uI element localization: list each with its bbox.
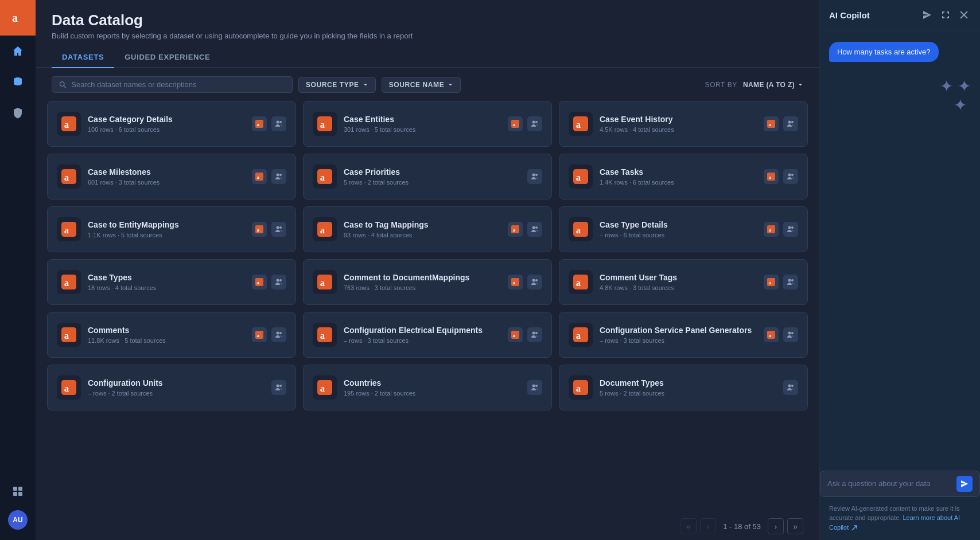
- svg-point-95: [788, 332, 791, 335]
- card-source-icon[interactable]: a: [252, 275, 267, 289]
- card-users-icon[interactable]: [783, 327, 798, 342]
- next-page-button[interactable]: ›: [768, 518, 784, 534]
- card-users-icon[interactable]: [271, 275, 286, 289]
- source-type-filter[interactable]: SOURCE TYPE: [298, 77, 376, 93]
- sidebar-item-database[interactable]: [6, 70, 30, 94]
- svg-line-8: [64, 85, 66, 88]
- card-meta: 301 rows · 5 total sources: [344, 126, 501, 133]
- pagination-bar: « ‹ 1 - 18 of 53 › »: [36, 512, 819, 540]
- card-users-icon[interactable]: [783, 169, 798, 184]
- card-info: Case Event History 4.5K rows · 4 total s…: [600, 115, 757, 133]
- dataset-card-comments[interactable]: a Comments 11.8K rows · 5 total sources …: [47, 312, 296, 358]
- dataset-card-countries[interactable]: a Countries 195 rows · 2 total sources: [303, 365, 552, 410]
- card-info: Document Types 5 rows · 2 total sources: [600, 378, 776, 397]
- card-users-icon[interactable]: [527, 275, 542, 289]
- card-users-icon[interactable]: [527, 380, 542, 395]
- card-source-icon[interactable]: a: [252, 116, 267, 131]
- card-users-icon[interactable]: [271, 222, 286, 237]
- panel-close-icon[interactable]: [957, 8, 971, 22]
- dataset-card-case-tasks[interactable]: a Case Tasks 1.4K rows · 6 total sources…: [559, 154, 808, 199]
- card-source-icon[interactable]: a: [508, 222, 523, 237]
- tab-datasets[interactable]: DATASETS: [52, 47, 114, 68]
- svg-text:a: a: [769, 280, 772, 285]
- card-source-icon[interactable]: a: [764, 169, 779, 184]
- dataset-card-comment-to-documentmappings[interactable]: a Comment to DocumentMappings 763 rows ·…: [303, 259, 552, 305]
- card-users-icon[interactable]: [783, 275, 798, 289]
- card-users-icon[interactable]: [527, 169, 542, 184]
- card-meta: – rows · 6 total sources: [600, 232, 757, 238]
- card-users-icon[interactable]: [271, 327, 286, 342]
- card-users-icon[interactable]: [271, 116, 286, 131]
- search-input[interactable]: [71, 80, 285, 89]
- card-source-icon[interactable]: a: [508, 327, 523, 342]
- card-source-icon[interactable]: a: [764, 327, 779, 342]
- send-button[interactable]: [956, 476, 973, 492]
- card-users-icon[interactable]: [783, 380, 798, 395]
- prev-page-button[interactable]: ‹: [700, 518, 716, 534]
- card-meta: 4.8K rows · 3 total sources: [600, 284, 757, 291]
- svg-point-71: [532, 279, 535, 282]
- svg-text:a: a: [320, 225, 325, 236]
- svg-point-47: [277, 226, 279, 229]
- card-info: Configuration Service Panel Generators –…: [600, 326, 757, 344]
- card-source-icon[interactable]: a: [508, 116, 523, 131]
- card-users-icon[interactable]: [271, 169, 286, 184]
- tab-guided-experience[interactable]: GUIDED EXPERIENCE: [114, 47, 220, 68]
- card-source-icon[interactable]: a: [252, 169, 267, 184]
- card-meta: – rows · 3 total sources: [600, 337, 757, 344]
- card-users-icon[interactable]: [527, 222, 542, 237]
- dataset-card-case-category-details[interactable]: a Case Category Details 100 rows · 6 tot…: [47, 101, 296, 147]
- user-avatar[interactable]: AU: [8, 510, 28, 530]
- card-source-icon[interactable]: a: [252, 327, 267, 342]
- card-source-icon[interactable]: a: [764, 275, 779, 289]
- dataset-card-document-types[interactable]: a Document Types 5 rows · 2 total source…: [559, 365, 808, 410]
- dataset-card-configuration-electrical-equipments[interactable]: a Configuration Electrical Equipments – …: [303, 312, 552, 358]
- card-source-icon[interactable]: a: [508, 275, 523, 289]
- dataset-card-case-types[interactable]: a Case Types 18 rows · 4 total sources a: [47, 259, 296, 305]
- dataset-card-case-event-history[interactable]: a Case Event History 4.5K rows · 4 total…: [559, 101, 808, 147]
- svg-text:a: a: [12, 11, 18, 24]
- card-title: Configuration Electrical Equipments: [344, 326, 501, 335]
- card-source-icon[interactable]: a: [252, 222, 267, 237]
- card-users-icon[interactable]: [783, 116, 798, 131]
- svg-text:a: a: [64, 277, 69, 288]
- card-title: Case Priorities: [344, 167, 520, 177]
- dataset-card-case-to-tag-mappings[interactable]: a Case to Tag Mappings 93 rows · 4 total…: [303, 206, 552, 252]
- card-info: Case to Tag Mappings 93 rows · 4 total s…: [344, 220, 501, 238]
- dataset-card-configuration-units[interactable]: a Configuration Units – rows · 2 total s…: [47, 365, 296, 410]
- svg-point-83: [277, 332, 279, 335]
- svg-rect-6: [18, 492, 22, 496]
- dataset-card-case-to-entitymappings[interactable]: a Case to EntityMappings 1.1K rows · 5 t…: [47, 206, 296, 252]
- card-meta: 5 rows · 2 total sources: [344, 179, 520, 186]
- card-users-icon[interactable]: [527, 116, 542, 131]
- card-title: Comment User Tags: [600, 273, 757, 282]
- sort-order-button[interactable]: NAME (A TO Z): [743, 81, 803, 89]
- app-logo[interactable]: a: [0, 0, 36, 36]
- card-users-icon[interactable]: [271, 380, 286, 395]
- sidebar-item-shield[interactable]: [6, 101, 30, 125]
- dataset-card-case-type-details[interactable]: a Case Type Details – rows · 6 total sou…: [559, 206, 808, 252]
- dataset-grid: a Case Category Details 100 rows · 6 tot…: [47, 101, 808, 410]
- card-source-icon[interactable]: a: [764, 116, 779, 131]
- dataset-card-case-priorities[interactable]: a Case Priorities 5 rows · 2 total sourc…: [303, 154, 552, 199]
- sidebar-item-grid[interactable]: [6, 479, 30, 503]
- panel-expand-icon[interactable]: [939, 8, 952, 22]
- dataset-card-case-milestones[interactable]: a Case Milestones 601 rows · 3 total sou…: [47, 154, 296, 199]
- dataset-card-comment-user-tags[interactable]: a Comment User Tags 4.8K rows · 3 total …: [559, 259, 808, 305]
- card-users-icon[interactable]: [783, 222, 798, 237]
- source-name-filter[interactable]: SOURCE NAME: [382, 77, 461, 93]
- first-page-button[interactable]: «: [680, 518, 697, 534]
- chat-input[interactable]: [827, 479, 952, 488]
- dataset-card-configuration-service-panel-generators[interactable]: a Configuration Service Panel Generators…: [559, 312, 808, 358]
- svg-text:a: a: [769, 174, 772, 180]
- last-page-button[interactable]: »: [787, 518, 803, 534]
- card-meta: 4.5K rows · 4 total sources: [600, 126, 757, 133]
- sidebar-item-home[interactable]: [6, 39, 30, 63]
- dataset-card-case-entities[interactable]: a Case Entities 301 rows · 5 total sourc…: [303, 101, 552, 147]
- card-users-icon[interactable]: [527, 327, 542, 342]
- card-info: Case Tasks 1.4K rows · 6 total sources: [600, 167, 757, 186]
- card-source-icon[interactable]: a: [764, 222, 779, 237]
- panel-send-icon[interactable]: [920, 8, 934, 22]
- card-appian-icon: a: [313, 323, 337, 347]
- copilot-learn-more-link[interactable]: Learn more about AI Copilot: [829, 514, 960, 531]
